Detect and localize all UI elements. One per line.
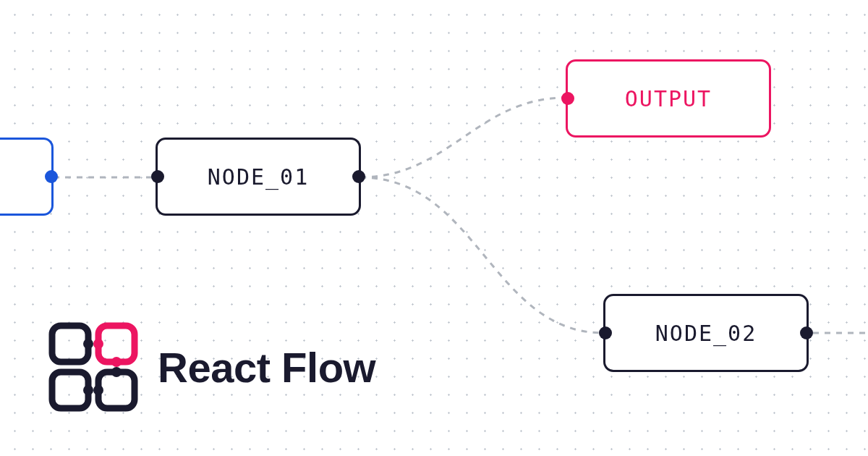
logo-icon (48, 321, 139, 413)
node-01-label: NODE_01 (208, 164, 309, 190)
svg-point-6 (111, 357, 122, 367)
svg-point-5 (93, 339, 103, 349)
node-output-label: OUTPUT (625, 86, 712, 111)
node-02[interactable]: NODE_02 (603, 294, 809, 372)
node-output[interactable]: OUTPUT (566, 59, 771, 138)
svg-point-4 (83, 339, 93, 349)
svg-rect-1 (98, 326, 135, 362)
handle-target[interactable] (561, 92, 574, 105)
svg-point-8 (83, 385, 93, 395)
svg-rect-3 (98, 372, 135, 408)
node-01[interactable]: NODE_01 (156, 138, 361, 216)
handle-target[interactable] (151, 170, 164, 183)
node-02-label: NODE_02 (655, 321, 757, 346)
handle-source[interactable] (800, 326, 813, 339)
handle-source[interactable] (352, 170, 365, 183)
brand-name: React Flow (158, 343, 375, 392)
handle-target[interactable] (599, 326, 612, 339)
handle-source[interactable] (45, 170, 58, 183)
node-input[interactable] (0, 138, 54, 216)
svg-point-7 (111, 367, 122, 377)
svg-rect-2 (52, 372, 88, 408)
brand-logo: React Flow (48, 321, 375, 413)
svg-point-9 (93, 385, 103, 395)
svg-rect-0 (52, 326, 88, 362)
